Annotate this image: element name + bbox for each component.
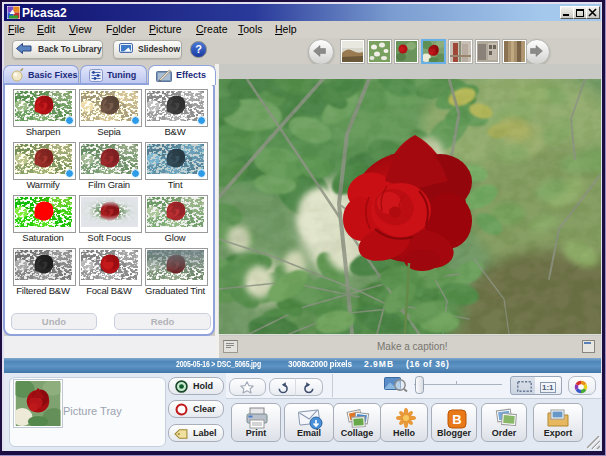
svg-text:B: B — [452, 412, 461, 427]
